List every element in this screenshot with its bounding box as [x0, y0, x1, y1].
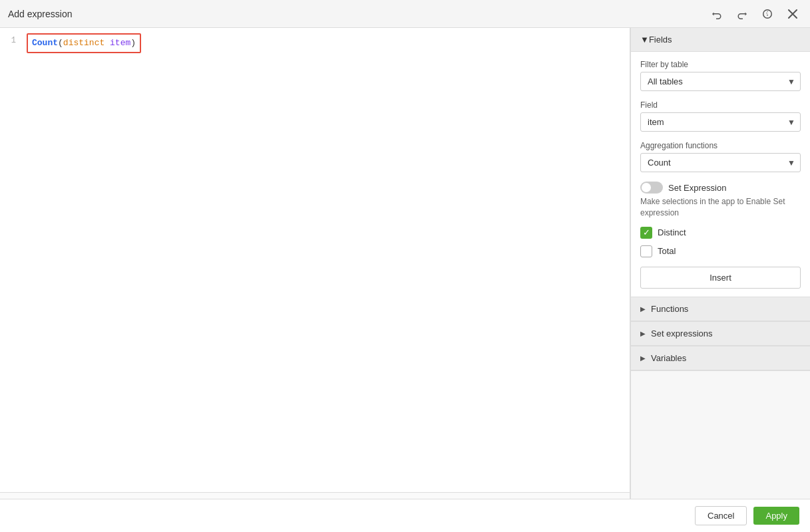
main-container: 1 Count(distinct item) ℹ OK ▾ Count(dist…	[0, 28, 810, 532]
close-paren: )	[130, 38, 136, 48]
open-paren: (	[58, 38, 63, 48]
close-button[interactable]	[783, 5, 802, 23]
code-expression: Count(distinct item)	[27, 33, 630, 53]
title-bar: Add expression	[0, 0, 810, 28]
set-expression-hint: Make selections in the app to Enable Set…	[640, 196, 801, 219]
total-row: Total	[640, 245, 801, 257]
set-expressions-arrow-icon: ▶	[640, 330, 646, 337]
expression-box: Count(distinct item)	[27, 33, 141, 53]
set-expressions-section-header[interactable]: ▶ Set expressions	[631, 322, 810, 346]
set-expression-row: Set Expression	[640, 182, 801, 194]
fields-body: Filter by table All tables ▼ Field item	[631, 52, 810, 297]
footer: Cancel Apply	[0, 499, 810, 532]
functions-label: Functions	[651, 304, 688, 314]
apply-button[interactable]: Apply	[753, 507, 799, 525]
field-label: Field	[640, 100, 801, 110]
fields-arrow-icon: ▼	[640, 35, 649, 45]
functions-section: ▶ Functions	[631, 297, 810, 322]
cancel-button[interactable]: Cancel	[695, 506, 747, 525]
fields-section-header[interactable]: ▼ Fields	[631, 28, 810, 52]
editor-area: 1 Count(distinct item) ℹ OK ▾ Count(dist…	[0, 28, 630, 532]
help-button[interactable]	[758, 5, 777, 23]
field-group: Field item ▼	[640, 100, 801, 132]
filter-table-group: Filter by table All tables ▼	[640, 60, 801, 91]
filter-table-select-wrapper: All tables ▼	[640, 72, 801, 91]
right-panel: ▼ Fields Filter by table All tables ▼	[630, 28, 810, 532]
aggregation-select-wrapper: Count ▼	[640, 153, 801, 172]
function-name: Count	[32, 38, 58, 48]
undo-button[interactable]	[708, 5, 726, 23]
keyword-distinct: distinct	[63, 38, 104, 48]
fields-section-label: Fields	[649, 35, 672, 45]
editor-content[interactable]: 1 Count(distinct item)	[0, 28, 630, 492]
toggle-knob	[642, 183, 651, 192]
distinct-checkbox[interactable]: ✓	[640, 227, 652, 239]
field-item: item	[110, 38, 130, 48]
distinct-label: Distinct	[658, 227, 686, 237]
set-expressions-section: ▶ Set expressions	[631, 322, 810, 346]
variables-arrow-icon: ▶	[640, 354, 646, 362]
set-expression-toggle[interactable]	[640, 182, 663, 194]
variables-label: Variables	[651, 353, 686, 363]
set-expression-label: Set Expression	[668, 183, 726, 193]
redo-button[interactable]	[733, 5, 751, 23]
functions-section-header[interactable]: ▶ Functions	[631, 297, 810, 321]
aggregation-group: Aggregation functions Count ▼	[640, 141, 801, 172]
field-select-wrapper: item ▼	[640, 112, 801, 132]
variables-section: ▶ Variables	[631, 346, 810, 371]
aggregation-label: Aggregation functions	[640, 141, 801, 150]
field-select[interactable]: item	[640, 112, 801, 132]
insert-button[interactable]: Insert	[640, 267, 801, 289]
fields-section: ▼ Fields Filter by table All tables ▼	[631, 28, 810, 297]
dialog-title: Add expression	[8, 9, 73, 19]
total-label: Total	[658, 246, 676, 256]
filter-table-label: Filter by table	[640, 60, 801, 69]
total-checkbox[interactable]	[640, 245, 652, 257]
variables-section-header[interactable]: ▶ Variables	[631, 346, 810, 370]
set-expressions-label: Set expressions	[651, 329, 713, 338]
title-bar-actions	[708, 5, 802, 23]
functions-arrow-icon: ▶	[640, 305, 646, 313]
distinct-row: ✓ Distinct	[640, 227, 801, 239]
filter-table-select[interactable]: All tables	[640, 72, 801, 91]
line-number: 1	[0, 33, 21, 48]
aggregation-select[interactable]: Count	[640, 153, 801, 172]
